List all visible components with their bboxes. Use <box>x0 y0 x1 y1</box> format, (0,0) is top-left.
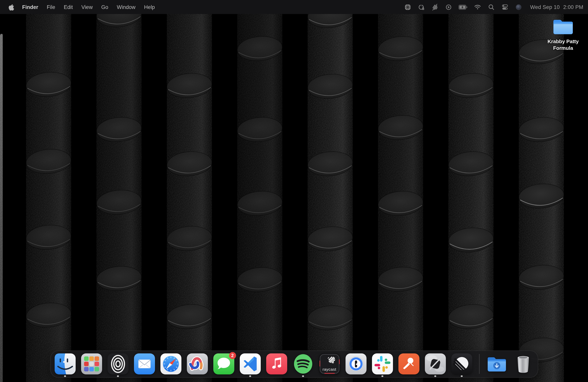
tilted-square-icon <box>424 353 446 375</box>
dock-item-raycast[interactable]: raycast <box>319 353 340 375</box>
battery-charging-icon[interactable] <box>459 4 468 10</box>
slack-icon <box>372 353 393 375</box>
1password-icon <box>345 353 367 375</box>
dock-item-1password[interactable] <box>345 353 367 375</box>
trash-icon <box>512 353 534 375</box>
control-center-icon[interactable] <box>502 4 508 10</box>
dock-item-linear[interactable] <box>451 353 472 375</box>
dock-item-spotify[interactable] <box>292 353 314 375</box>
running-indicator-dot <box>381 375 383 377</box>
striped-tile-icon[interactable] <box>431 4 439 10</box>
starburst-app-icon[interactable] <box>404 4 411 10</box>
notification-badge: 2 <box>229 352 236 359</box>
power-lock-icon[interactable] <box>418 4 425 10</box>
running-indicator-dot <box>249 375 251 377</box>
downloads-folder-icon <box>486 353 507 375</box>
dock-item-downloads[interactable] <box>486 353 507 375</box>
dock-item-arc[interactable] <box>187 353 208 375</box>
running-indicator-dot <box>461 375 462 377</box>
arc-browser-icon <box>187 353 208 375</box>
wallpaper <box>0 0 588 382</box>
dock-item-mail[interactable] <box>134 353 155 375</box>
raycast-icon-label: raycast <box>319 367 340 371</box>
dock-item-finder[interactable] <box>54 353 76 375</box>
concentric-rings-icon <box>107 353 128 375</box>
running-indicator-dot <box>64 375 66 377</box>
menu-help[interactable]: Help <box>144 4 155 10</box>
dock-item-tilted-square-app[interactable] <box>424 353 446 375</box>
dock-item-postman[interactable] <box>398 353 420 375</box>
mail-icon <box>134 353 155 375</box>
menu-window[interactable]: Window <box>117 4 136 10</box>
launchpad-icon <box>81 353 102 375</box>
finder-icon <box>54 353 76 375</box>
menu-go[interactable]: Go <box>101 4 108 10</box>
dock-item-messages[interactable]: 2 <box>213 353 234 375</box>
macos-desktop: Finder File Edit View Go Window Help <box>0 0 588 382</box>
menu-view[interactable]: View <box>82 4 93 10</box>
spotify-icon <box>292 353 314 375</box>
desktop-folder-krabby-patty-formula[interactable]: Krabby Patty Formula <box>549 17 577 52</box>
dock-item-music[interactable] <box>266 353 287 375</box>
menu-active-app[interactable]: Finder <box>22 4 38 10</box>
blue-folder-icon <box>552 17 574 37</box>
dock-container: 2 <box>0 350 588 378</box>
dock-item-slack[interactable] <box>372 353 393 375</box>
postman-icon <box>398 353 420 375</box>
menu-file[interactable]: File <box>47 4 55 10</box>
now-playing-icon[interactable] <box>445 4 452 10</box>
siri-icon[interactable] <box>515 4 522 10</box>
spotlight-search-icon[interactable] <box>488 4 495 10</box>
dock-item-launchpad[interactable] <box>81 353 102 375</box>
clock-time: 2:00 PM <box>563 4 583 10</box>
safari-compass-icon <box>160 353 181 375</box>
dock-item-safari[interactable] <box>160 353 181 375</box>
apple-music-icon <box>266 353 287 375</box>
menu-bar: Finder File Edit View Go Window Help <box>0 0 588 14</box>
desktop-folder-label: Krabby Patty Formula <box>543 38 583 52</box>
wifi-icon[interactable] <box>474 4 481 10</box>
running-indicator-dot <box>117 375 119 377</box>
vscode-icon <box>239 353 261 375</box>
dock-item-concentric-rings-app[interactable] <box>107 353 128 375</box>
menu-bar-clock[interactable]: Wed Sep 10 2:00 PM <box>530 4 584 10</box>
running-indicator-dot <box>302 375 304 377</box>
dock: 2 <box>50 350 538 378</box>
dock-item-trash[interactable] <box>512 353 534 375</box>
menu-edit[interactable]: Edit <box>64 4 73 10</box>
menu-bar-status-area: Wed Sep 10 2:00 PM <box>404 4 584 10</box>
dock-item-vscode[interactable] <box>239 353 261 375</box>
apple-logo-icon[interactable] <box>8 4 14 10</box>
running-indicator-dot <box>434 375 436 377</box>
dock-divider <box>479 354 479 374</box>
clock-date: Wed Sep 10 <box>530 4 560 10</box>
linear-icon <box>451 353 472 375</box>
